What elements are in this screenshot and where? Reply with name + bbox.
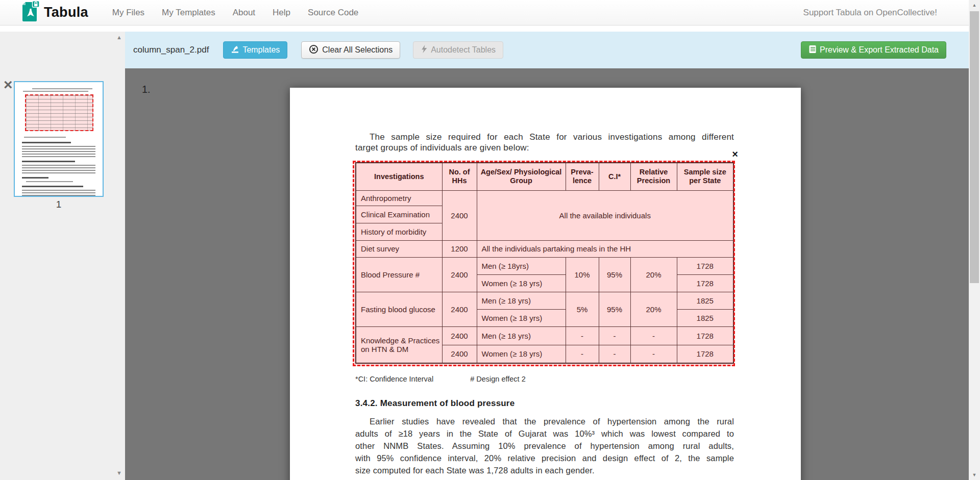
nav-my-templates[interactable]: My Templates — [153, 8, 224, 18]
tabula-app: Tabula My Files My Templates About Help … — [0, 0, 980, 480]
open-filename: column_span_2.pdf — [133, 45, 209, 55]
thumbnail-content — [24, 137, 66, 138]
thumbnail-content — [26, 181, 73, 182]
export-button-label: Preview & Export Extracted Data — [820, 45, 939, 55]
support-opencollective-link[interactable]: Support Tabula on OpenCollective! — [803, 8, 937, 18]
lightning-icon — [421, 44, 431, 56]
paragraph-line: size computed for each State was 1,728 a… — [355, 464, 734, 476]
tabula-pdf-lock-logo-icon — [20, 1, 40, 25]
scrollbar-thumb[interactable] — [970, 11, 979, 283]
document-paragraph: Earlier studies have revealed that the p… — [355, 415, 734, 476]
paragraph-line: Earlier studies have revealed that the p… — [355, 415, 734, 427]
paragraph-line: other NNMB States. Assuming 10% prevalen… — [355, 440, 734, 452]
nav-source-code[interactable]: Source Code — [299, 8, 367, 18]
clear-selections-icon — [309, 44, 322, 56]
templates-button-label: Templates — [242, 45, 280, 55]
nav-help[interactable]: Help — [264, 8, 299, 18]
main-nav: My Files My Templates About Help Source … — [104, 8, 367, 18]
thumbnail-content — [23, 91, 88, 92]
autodetect-button-label: Autodetect Tables — [431, 45, 496, 55]
page-thumbnail-sidebar: × 1 ▲ ▼ — [0, 32, 125, 480]
templates-button[interactable]: Templates — [223, 41, 287, 59]
thumbnail-content — [22, 142, 71, 143]
scrollbar-down-icon[interactable]: ▼ — [969, 472, 980, 477]
brand-title: Tabula — [44, 5, 88, 20]
close-icon[interactable]: × — [4, 79, 13, 91]
templates-icon — [231, 45, 242, 56]
selection-close-icon[interactable]: × — [732, 149, 738, 159]
preview-export-button[interactable]: Preview & Export Extracted Data — [801, 41, 946, 59]
thumbnail-content — [22, 165, 95, 173]
section-heading: 3.4.2. Measurement of blood pressure — [355, 398, 734, 409]
brand-home-link[interactable]: Tabula — [20, 1, 88, 25]
pdf-page-1[interactable]: The sample size required for each State … — [290, 88, 801, 480]
thumbnail-content — [22, 177, 48, 179]
thumbnail-content — [22, 186, 83, 187]
page-list-number: 1. — [142, 84, 151, 95]
document-table-area: Investigations No. of HHs Age/Sex/ Physi… — [355, 162, 733, 364]
scrollbar-up-icon[interactable]: ▲ — [969, 3, 980, 8]
thumbnail-page-number: 1 — [14, 199, 104, 210]
paragraph-line: with 95% confidence interval, 20% relati… — [355, 452, 734, 464]
pdf-viewer: 1. The sample size required for each Sta… — [125, 68, 969, 480]
autodetect-tables-button[interactable]: Autodetect Tables — [413, 41, 503, 59]
thumbnail-content — [22, 161, 75, 162]
footnote-design-effect: # Design effect 2 — [470, 375, 526, 383]
footnote-ci: *CI: Confidence Interval — [355, 375, 433, 383]
window-scrollbar[interactable]: ▲ ▼ — [969, 0, 980, 480]
thumbnail-content — [32, 88, 92, 89]
table-selection-overlay[interactable]: × — [353, 161, 735, 366]
document-intro-line: target groups of individuals are given b… — [355, 142, 734, 153]
thumbnail-content — [22, 190, 95, 197]
page-1-thumbnail[interactable] — [14, 81, 104, 197]
toolbar: column_span_2.pdf Templates Clear All Se… — [125, 32, 969, 68]
export-data-icon — [808, 45, 820, 56]
navbar: Tabula My Files My Templates About Help … — [0, 0, 969, 26]
nav-my-files[interactable]: My Files — [104, 8, 153, 18]
thumbnail-selection-overlay — [25, 94, 93, 131]
sidebar-scroll-up-icon[interactable]: ▲ — [116, 34, 122, 40]
clear-all-selections-button[interactable]: Clear All Selections — [301, 41, 400, 59]
clear-button-label: Clear All Selections — [322, 45, 393, 55]
paragraph-line: adults of ≥18 years in the State of Guja… — [355, 427, 734, 440]
nav-about[interactable]: About — [224, 8, 264, 18]
thumbnail-content — [22, 146, 95, 157]
table-footnotes: *CI: Confidence Interval # Design effect… — [355, 375, 734, 383]
sidebar-scroll-down-icon[interactable]: ▼ — [116, 470, 122, 476]
document-intro-line: The sample size required for each State … — [355, 132, 734, 142]
